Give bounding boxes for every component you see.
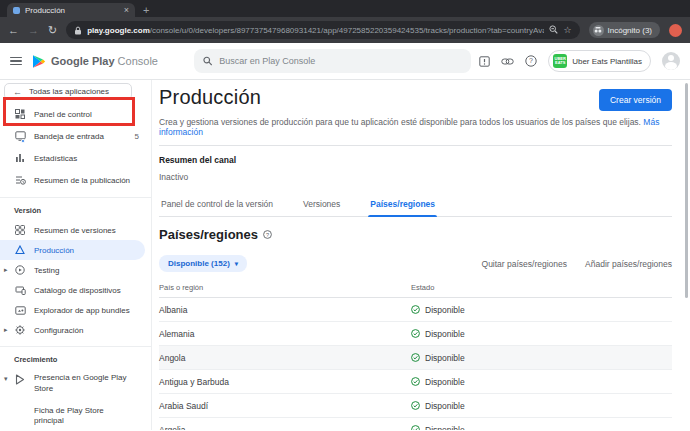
release-tabs: Panel de control de la versión Versiones… bbox=[159, 193, 672, 217]
tab-versiones[interactable]: Versiones bbox=[301, 193, 342, 216]
status-cell: Disponible bbox=[425, 305, 465, 315]
bundle-explorer-icon bbox=[14, 306, 26, 315]
account-avatar[interactable] bbox=[662, 52, 680, 70]
sidebar-item-resumen-publicacion[interactable]: Resumen de la publicación bbox=[0, 169, 151, 191]
help-icon[interactable]: ? bbox=[525, 55, 537, 67]
forward-icon[interactable]: → bbox=[28, 25, 39, 36]
column-header-status: Estado bbox=[411, 283, 434, 292]
table-row[interactable]: Arabia Saudí Disponible bbox=[159, 394, 672, 418]
bookmark-star-icon[interactable]: ☆ bbox=[563, 26, 571, 35]
table-row[interactable]: Albania Disponible bbox=[159, 298, 672, 322]
search-icon bbox=[203, 56, 212, 66]
browser-tab-strip: Producción × + bbox=[0, 0, 690, 17]
sidebar-item-bandeja-de-entrada[interactable]: Bandeja de entrada 5 bbox=[0, 125, 151, 147]
back-icon[interactable]: ← bbox=[8, 25, 19, 36]
tab-title: Producción bbox=[25, 6, 119, 15]
expand-caret-icon[interactable]: ▸ bbox=[4, 326, 8, 334]
status-cell: Disponible bbox=[425, 377, 465, 387]
country-cell: Alemania bbox=[159, 329, 411, 339]
feedback-icon[interactable] bbox=[479, 56, 490, 67]
tab-panel-de-control-version[interactable]: Panel de control de la versión bbox=[159, 193, 275, 216]
countries-section-title: Países/regiones bbox=[159, 227, 258, 242]
table-row[interactable]: Angola Disponible bbox=[159, 346, 672, 370]
expand-caret-icon[interactable]: ▸ bbox=[4, 266, 8, 274]
sidebar-item-label: Ficha de Play Store principal bbox=[34, 406, 120, 428]
production-icon bbox=[14, 245, 26, 255]
sidebar-item-ficha-play-store[interactable]: Ficha de Play Store principal bbox=[0, 402, 120, 430]
app-selector[interactable]: UBER EATS Uber Eats Plantillas bbox=[548, 50, 651, 72]
sidebar-item-configuracion[interactable]: ▸ Configuración bbox=[0, 320, 151, 340]
inbox-count-badge: 5 bbox=[135, 132, 139, 141]
sidebar-section-crecimiento: Crecimiento bbox=[0, 352, 151, 369]
browser-profile-avatar[interactable] bbox=[669, 24, 682, 37]
url-text: play.google.com/console/u/0/developers/8… bbox=[87, 26, 544, 35]
sidebar-item-presencia-play-store[interactable]: ▾ Presencia en Google Play Store bbox=[0, 369, 128, 399]
remove-countries-button[interactable]: Quitar países/regiones bbox=[482, 259, 568, 269]
svg-text:?: ? bbox=[529, 57, 533, 64]
check-circle-icon bbox=[411, 329, 420, 338]
browser-toolbar: ← → ↻ play.google.com/console/u/0/develo… bbox=[0, 17, 690, 43]
available-filter-chip[interactable]: Disponible (152) ▾ bbox=[159, 255, 247, 272]
check-circle-icon bbox=[411, 401, 420, 410]
browser-window: Producción × + ← → ↻ play.google.com/con… bbox=[0, 0, 690, 431]
sidebar-item-label: Bandeja de entrada bbox=[34, 132, 127, 141]
table-header: País o región Estado bbox=[159, 283, 672, 298]
app-selector-label: Uber Eats Plantillas bbox=[572, 57, 642, 66]
browser-tab[interactable]: Producción × bbox=[7, 3, 135, 17]
console-header: Google Play Console ? UBER EATS Uber Eat… bbox=[0, 43, 690, 80]
publishing-overview-icon bbox=[14, 175, 26, 185]
sidebar-item-catalogo-dispositivos[interactable]: Catálogo de dispositivos bbox=[0, 280, 151, 300]
new-tab-button[interactable]: + bbox=[143, 5, 149, 16]
divider bbox=[159, 145, 672, 146]
sidebar-item-label: Presencia en Google Play Store bbox=[34, 373, 128, 395]
sidebar-item-testing[interactable]: ▸ Testing bbox=[0, 260, 151, 280]
tab-paises-regiones[interactable]: Países/regiones bbox=[368, 193, 437, 216]
sidebar-item-label: Estadísticas bbox=[34, 154, 151, 163]
sidebar-item-produccion[interactable]: Producción bbox=[0, 240, 145, 260]
sidebar-item-explorador-bundles[interactable]: Explorador de app bundles bbox=[0, 300, 151, 320]
page-description: Crea y gestiona versiones de producción … bbox=[159, 117, 672, 137]
table-row[interactable]: Argelia Disponible bbox=[159, 418, 672, 430]
check-circle-icon bbox=[411, 353, 420, 362]
search-box[interactable] bbox=[194, 49, 471, 73]
link-icon[interactable] bbox=[501, 57, 514, 66]
url-domain: play.google.com bbox=[87, 26, 150, 35]
menu-icon[interactable] bbox=[10, 55, 22, 68]
country-cell: Angola bbox=[159, 353, 411, 363]
testing-icon bbox=[14, 265, 26, 275]
scrollbar-thumb[interactable] bbox=[685, 83, 688, 298]
check-circle-icon bbox=[411, 425, 420, 430]
table-row[interactable]: Alemania Disponible bbox=[159, 322, 672, 346]
back-arrow-icon: ← bbox=[13, 87, 22, 97]
sidebar-item-panel-de-control[interactable]: Panel de control bbox=[0, 103, 151, 125]
sidebar-divider bbox=[0, 197, 151, 198]
sidebar-item-label: Producción bbox=[34, 246, 145, 255]
lock-icon bbox=[74, 21, 82, 39]
status-cell: Disponible bbox=[425, 329, 465, 339]
status-cell: Disponible bbox=[425, 425, 465, 431]
sidebar-item-estadisticas[interactable]: Estadísticas bbox=[0, 147, 151, 169]
play-console-logo[interactable]: Google Play Console bbox=[32, 54, 158, 69]
incognito-label: Incógnito (3) bbox=[608, 26, 652, 35]
sidebar-section-version: Versión bbox=[0, 203, 151, 220]
page-title: Producción bbox=[159, 86, 261, 109]
reload-icon[interactable]: ↻ bbox=[48, 25, 57, 36]
tab-close-icon[interactable]: × bbox=[124, 6, 129, 15]
address-bar[interactable]: play.google.com/console/u/0/developers/8… bbox=[66, 21, 579, 39]
dashboard-icon bbox=[14, 109, 26, 119]
sidebar-item-label: Configuración bbox=[34, 326, 151, 335]
search-input[interactable] bbox=[219, 56, 462, 66]
add-countries-button[interactable]: Añadir países/regiones bbox=[585, 259, 672, 269]
sidebar-divider bbox=[0, 346, 151, 347]
info-icon[interactable]: ? bbox=[263, 230, 272, 239]
main-content: Producción Crear versión Crea y gestiona… bbox=[152, 80, 690, 430]
zoom-out-icon[interactable] bbox=[549, 25, 558, 36]
create-release-button[interactable]: Crear versión bbox=[599, 89, 672, 111]
table-row[interactable]: Antigua y Barbuda Disponible bbox=[159, 370, 672, 394]
collapse-caret-icon[interactable]: ▾ bbox=[4, 375, 8, 383]
country-cell: Antigua y Barbuda bbox=[159, 377, 411, 387]
all-apps-button[interactable]: ← Todas las aplicaciones bbox=[4, 83, 132, 100]
app-icon: UBER EATS bbox=[553, 54, 567, 68]
sidebar-item-resumen-versiones[interactable]: Resumen de versiones bbox=[0, 220, 151, 240]
channel-status-value: Inactivo bbox=[159, 172, 672, 182]
